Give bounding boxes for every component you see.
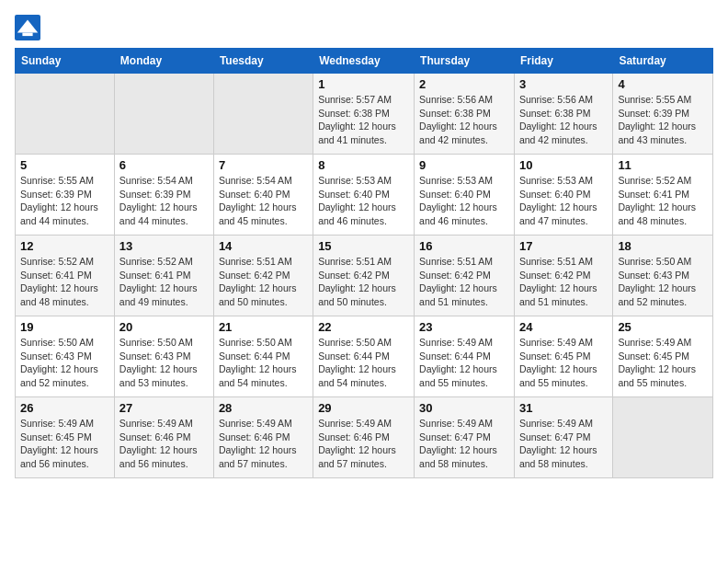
calendar-cell: 18Sunrise: 5:50 AMSunset: 6:43 PMDayligh… (613, 236, 713, 316)
week-row-5: 26Sunrise: 5:49 AMSunset: 6:45 PMDayligh… (16, 397, 713, 478)
day-detail: Sunrise: 5:49 AMSunset: 6:45 PMDaylight:… (519, 336, 608, 390)
day-detail: Sunrise: 5:49 AMSunset: 6:46 PMDaylight:… (219, 417, 308, 471)
week-row-4: 19Sunrise: 5:50 AMSunset: 6:43 PMDayligh… (16, 316, 713, 397)
calendar-cell: 24Sunrise: 5:49 AMSunset: 6:45 PMDayligh… (514, 316, 612, 397)
day-number: 7 (219, 158, 308, 172)
day-detail: Sunrise: 5:51 AMSunset: 6:42 PMDaylight:… (318, 255, 409, 309)
calendar-cell: 1Sunrise: 5:57 AMSunset: 6:38 PMDaylight… (313, 74, 415, 155)
day-number: 24 (519, 320, 608, 334)
calendar-cell: 23Sunrise: 5:49 AMSunset: 6:44 PMDayligh… (415, 316, 515, 397)
day-detail: Sunrise: 5:49 AMSunset: 6:46 PMDaylight:… (318, 417, 409, 471)
calendar-cell: 11Sunrise: 5:52 AMSunset: 6:41 PMDayligh… (613, 155, 713, 236)
day-number: 31 (519, 401, 608, 415)
day-number: 28 (219, 401, 308, 415)
calendar-cell: 16Sunrise: 5:51 AMSunset: 6:42 PMDayligh… (415, 236, 515, 316)
calendar-cell: 14Sunrise: 5:51 AMSunset: 6:42 PMDayligh… (213, 236, 313, 316)
day-number: 17 (519, 239, 608, 253)
day-number: 4 (618, 77, 708, 91)
day-detail: Sunrise: 5:49 AMSunset: 6:45 PMDaylight:… (20, 417, 109, 471)
week-row-3: 12Sunrise: 5:52 AMSunset: 6:41 PMDayligh… (16, 236, 713, 316)
day-number: 30 (419, 401, 509, 415)
weekday-header-thursday: Thursday (415, 49, 515, 74)
day-number: 27 (119, 401, 209, 415)
day-number: 19 (20, 320, 109, 334)
day-number: 18 (618, 239, 708, 253)
day-detail: Sunrise: 5:57 AMSunset: 6:38 PMDaylight:… (318, 93, 409, 147)
day-number: 26 (20, 401, 109, 415)
day-number: 16 (419, 239, 509, 253)
day-detail: Sunrise: 5:55 AMSunset: 6:39 PMDaylight:… (20, 174, 109, 228)
calendar-cell: 9Sunrise: 5:53 AMSunset: 6:40 PMDaylight… (415, 155, 515, 236)
calendar-cell: 20Sunrise: 5:50 AMSunset: 6:43 PMDayligh… (114, 316, 213, 397)
calendar-cell: 13Sunrise: 5:52 AMSunset: 6:41 PMDayligh… (114, 236, 213, 316)
calendar-cell: 31Sunrise: 5:49 AMSunset: 6:47 PMDayligh… (514, 397, 612, 478)
calendar-cell: 6Sunrise: 5:54 AMSunset: 6:39 PMDaylight… (114, 155, 213, 236)
page-header (15, 15, 713, 40)
day-number: 15 (318, 239, 409, 253)
calendar-cell: 25Sunrise: 5:49 AMSunset: 6:45 PMDayligh… (613, 316, 713, 397)
weekday-header-row: SundayMondayTuesdayWednesdayThursdayFrid… (16, 49, 713, 74)
calendar-cell: 28Sunrise: 5:49 AMSunset: 6:46 PMDayligh… (213, 397, 313, 478)
calendar-cell (16, 74, 115, 155)
calendar-table: SundayMondayTuesdayWednesdayThursdayFrid… (15, 48, 713, 478)
day-number: 20 (119, 320, 209, 334)
day-detail: Sunrise: 5:53 AMSunset: 6:40 PMDaylight:… (519, 174, 608, 228)
calendar-cell: 4Sunrise: 5:55 AMSunset: 6:39 PMDaylight… (613, 74, 713, 155)
day-detail: Sunrise: 5:50 AMSunset: 6:43 PMDaylight:… (20, 336, 109, 390)
day-number: 3 (519, 77, 608, 91)
weekday-header-saturday: Saturday (613, 49, 713, 74)
day-number: 23 (419, 320, 509, 334)
day-detail: Sunrise: 5:49 AMSunset: 6:47 PMDaylight:… (419, 417, 509, 471)
logo (15, 15, 44, 40)
calendar-cell: 2Sunrise: 5:56 AMSunset: 6:38 PMDaylight… (415, 74, 515, 155)
weekday-header-tuesday: Tuesday (213, 49, 313, 74)
day-detail: Sunrise: 5:52 AMSunset: 6:41 PMDaylight:… (119, 255, 209, 309)
day-detail: Sunrise: 5:51 AMSunset: 6:42 PMDaylight:… (219, 255, 308, 309)
day-number: 29 (318, 401, 409, 415)
day-detail: Sunrise: 5:50 AMSunset: 6:43 PMDaylight:… (119, 336, 209, 390)
day-detail: Sunrise: 5:55 AMSunset: 6:39 PMDaylight:… (618, 93, 708, 147)
calendar-cell: 12Sunrise: 5:52 AMSunset: 6:41 PMDayligh… (16, 236, 115, 316)
day-number: 25 (618, 320, 708, 334)
day-number: 6 (119, 158, 209, 172)
day-detail: Sunrise: 5:49 AMSunset: 6:45 PMDaylight:… (618, 336, 708, 390)
week-row-1: 1Sunrise: 5:57 AMSunset: 6:38 PMDaylight… (16, 74, 713, 155)
calendar-cell: 15Sunrise: 5:51 AMSunset: 6:42 PMDayligh… (313, 236, 415, 316)
weekday-header-friday: Friday (514, 49, 612, 74)
calendar-cell: 7Sunrise: 5:54 AMSunset: 6:40 PMDaylight… (213, 155, 313, 236)
day-number: 2 (419, 77, 509, 91)
day-detail: Sunrise: 5:49 AMSunset: 6:47 PMDaylight:… (519, 417, 608, 471)
calendar-cell: 29Sunrise: 5:49 AMSunset: 6:46 PMDayligh… (313, 397, 415, 478)
day-detail: Sunrise: 5:51 AMSunset: 6:42 PMDaylight:… (419, 255, 509, 309)
day-number: 11 (618, 158, 708, 172)
calendar-cell (613, 397, 713, 478)
day-detail: Sunrise: 5:53 AMSunset: 6:40 PMDaylight:… (419, 174, 509, 228)
day-detail: Sunrise: 5:54 AMSunset: 6:40 PMDaylight:… (219, 174, 308, 228)
day-detail: Sunrise: 5:56 AMSunset: 6:38 PMDaylight:… (419, 93, 509, 147)
day-detail: Sunrise: 5:51 AMSunset: 6:42 PMDaylight:… (519, 255, 608, 309)
day-detail: Sunrise: 5:52 AMSunset: 6:41 PMDaylight:… (20, 255, 109, 309)
day-detail: Sunrise: 5:52 AMSunset: 6:41 PMDaylight:… (618, 174, 708, 228)
calendar-cell: 22Sunrise: 5:50 AMSunset: 6:44 PMDayligh… (313, 316, 415, 397)
day-detail: Sunrise: 5:53 AMSunset: 6:40 PMDaylight:… (318, 174, 409, 228)
day-detail: Sunrise: 5:49 AMSunset: 6:46 PMDaylight:… (119, 417, 209, 471)
calendar-cell: 19Sunrise: 5:50 AMSunset: 6:43 PMDayligh… (16, 316, 115, 397)
day-number: 12 (20, 239, 109, 253)
day-detail: Sunrise: 5:50 AMSunset: 6:44 PMDaylight:… (219, 336, 308, 390)
day-number: 8 (318, 158, 409, 172)
day-detail: Sunrise: 5:56 AMSunset: 6:38 PMDaylight:… (519, 93, 608, 147)
calendar-cell: 8Sunrise: 5:53 AMSunset: 6:40 PMDaylight… (313, 155, 415, 236)
day-number: 21 (219, 320, 308, 334)
calendar-cell: 27Sunrise: 5:49 AMSunset: 6:46 PMDayligh… (114, 397, 213, 478)
calendar-cell: 10Sunrise: 5:53 AMSunset: 6:40 PMDayligh… (514, 155, 612, 236)
calendar-cell (213, 74, 313, 155)
calendar-cell: 17Sunrise: 5:51 AMSunset: 6:42 PMDayligh… (514, 236, 612, 316)
week-row-2: 5Sunrise: 5:55 AMSunset: 6:39 PMDaylight… (16, 155, 713, 236)
calendar-cell (114, 74, 213, 155)
day-detail: Sunrise: 5:54 AMSunset: 6:39 PMDaylight:… (119, 174, 209, 228)
svg-rect-2 (22, 33, 32, 37)
day-number: 9 (419, 158, 509, 172)
day-number: 10 (519, 158, 608, 172)
calendar-cell: 21Sunrise: 5:50 AMSunset: 6:44 PMDayligh… (213, 316, 313, 397)
day-number: 22 (318, 320, 409, 334)
